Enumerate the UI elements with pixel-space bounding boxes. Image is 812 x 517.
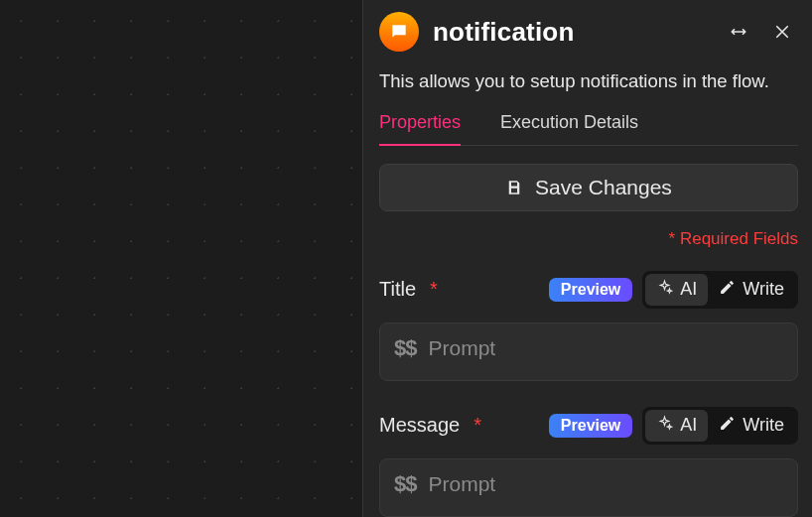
expand-horizontal-icon[interactable] xyxy=(729,22,748,42)
title-mode-segment: AI Write xyxy=(642,271,798,309)
title-mode-ai[interactable]: AI xyxy=(645,274,708,306)
sparkle-icon xyxy=(656,279,673,301)
panel-tabs: Properties Execution Details xyxy=(379,112,798,146)
message-mode-segment: AI Write xyxy=(642,407,798,445)
variable-token-button[interactable]: $$ xyxy=(394,335,416,361)
message-mode-write[interactable]: Write xyxy=(708,410,795,442)
tab-execution-details[interactable]: Execution Details xyxy=(500,112,638,145)
save-icon xyxy=(505,179,523,196)
title-input[interactable] xyxy=(428,335,783,360)
message-mode-ai[interactable]: AI xyxy=(645,410,708,442)
title-label: Title xyxy=(379,278,416,301)
required-star-icon: * xyxy=(430,278,438,301)
save-changes-label: Save Changes xyxy=(535,176,672,199)
preview-badge[interactable]: Preview xyxy=(549,414,632,438)
sparkle-icon xyxy=(656,415,673,437)
mode-ai-label: AI xyxy=(680,415,697,436)
notification-panel: notification This allows you to setup no… xyxy=(362,0,812,517)
title-mode-write[interactable]: Write xyxy=(708,274,795,306)
required-star-icon: * xyxy=(474,414,481,437)
pencil-icon xyxy=(719,415,736,437)
mode-ai-label: AI xyxy=(680,279,697,300)
tab-properties[interactable]: Properties xyxy=(379,112,461,145)
panel-title: notification xyxy=(433,17,715,48)
message-field-header: Message * Preview AI Write xyxy=(379,407,798,445)
message-input[interactable] xyxy=(428,471,783,496)
mode-write-label: Write xyxy=(743,415,784,436)
mode-write-label: Write xyxy=(743,279,784,300)
message-label: Message xyxy=(379,414,460,437)
close-icon[interactable] xyxy=(772,22,792,42)
panel-header: notification xyxy=(379,10,798,52)
title-input-container: $$ xyxy=(379,323,798,381)
message-input-container: $$ xyxy=(379,458,798,517)
flow-canvas[interactable] xyxy=(0,0,362,517)
panel-description: This allows you to setup notifications i… xyxy=(379,69,798,94)
notification-icon xyxy=(379,12,419,52)
variable-token-button[interactable]: $$ xyxy=(394,471,416,497)
save-changes-button[interactable]: Save Changes xyxy=(379,164,798,211)
title-field-header: Title * Preview AI Write xyxy=(379,271,798,309)
required-fields-note: * Required Fields xyxy=(379,229,798,249)
preview-badge[interactable]: Preview xyxy=(549,278,632,302)
pencil-icon xyxy=(719,279,736,301)
